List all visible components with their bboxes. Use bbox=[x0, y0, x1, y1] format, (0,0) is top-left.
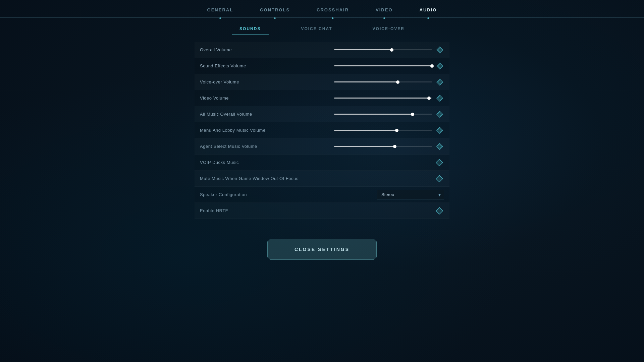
setting-row-voice_over_volume: Voice-over Volume bbox=[195, 74, 449, 90]
setting-control-agent_select_volume bbox=[334, 142, 444, 151]
slider-track-overall_volume bbox=[334, 49, 432, 50]
slider-wrapper-sound_effects_volume[interactable] bbox=[334, 65, 432, 66]
slider-wrapper-agent_select_volume[interactable] bbox=[334, 146, 432, 147]
slider-thumb-agent_select_volume[interactable] bbox=[393, 145, 396, 148]
setting-row-voip_ducks_music: VOIP Ducks Music bbox=[195, 155, 449, 171]
slider-track-agent_select_volume bbox=[334, 146, 432, 147]
toggle-icon-enable_hrtf[interactable] bbox=[435, 206, 444, 216]
nav-tab-video[interactable]: VIDEO bbox=[362, 3, 406, 18]
setting-control-sound_effects_volume bbox=[334, 62, 444, 70]
svg-marker-14 bbox=[436, 159, 443, 166]
slider-wrapper-menu_lobby_volume[interactable] bbox=[334, 130, 432, 131]
slider-thumb-menu_lobby_volume[interactable] bbox=[395, 129, 398, 132]
nav-tab-controls[interactable]: CONTROLS bbox=[247, 3, 303, 18]
slider-thumb-all_music_volume[interactable] bbox=[411, 113, 414, 116]
reset-icon-overall_volume[interactable] bbox=[435, 46, 444, 54]
setting-control-enable_hrtf bbox=[334, 206, 444, 216]
svg-marker-16 bbox=[436, 207, 443, 214]
nav-tab-audio[interactable]: AUDIO bbox=[406, 3, 450, 18]
setting-control-voip_ducks_music bbox=[334, 158, 444, 167]
setting-row-overall_volume: Overall Volume bbox=[195, 42, 449, 58]
setting-control-mute_music_out_of_focus bbox=[334, 174, 444, 183]
setting-control-video_volume bbox=[334, 94, 444, 103]
toggle-icon-voip_ducks_music[interactable] bbox=[435, 158, 444, 167]
setting-control-overall_volume bbox=[334, 46, 444, 54]
slider-track-video_volume bbox=[334, 98, 432, 99]
slider-track-all_music_volume bbox=[334, 114, 432, 115]
setting-label-agent_select_volume: Agent Select Music Volume bbox=[200, 144, 334, 149]
slider-track-voice_over_volume bbox=[334, 81, 432, 82]
close-button-wrapper: CLOSE SETTINGS bbox=[0, 239, 644, 260]
setting-label-mute_music_out_of_focus: Mute Music When Game Window Out Of Focus bbox=[200, 176, 334, 181]
sub-tab-voice_chat[interactable]: VOICE CHAT bbox=[281, 24, 352, 35]
setting-row-video_volume: Video Volume bbox=[195, 90, 449, 106]
dropdown-speaker_configuration[interactable]: MonoStereoSurround 5.1Surround 7.1 bbox=[377, 190, 444, 199]
slider-thumb-voice_over_volume[interactable] bbox=[396, 80, 399, 84]
reset-icon-sound_effects_volume[interactable] bbox=[435, 62, 444, 70]
setting-control-menu_lobby_volume bbox=[334, 126, 444, 135]
setting-control-speaker_configuration: MonoStereoSurround 5.1Surround 7.1 bbox=[334, 190, 444, 199]
slider-wrapper-voice_over_volume[interactable] bbox=[334, 81, 432, 82]
nav-tab-general[interactable]: GENERAL bbox=[194, 3, 247, 18]
setting-label-all_music_volume: All Music Overall Volume bbox=[200, 112, 334, 117]
nav-tab-dot-general bbox=[219, 17, 221, 19]
slider-fill-voice_over_volume bbox=[334, 81, 398, 82]
nav-tab-crosshair[interactable]: CROSSHAIR bbox=[303, 3, 362, 18]
slider-wrapper-video_volume[interactable] bbox=[334, 98, 432, 99]
setting-label-video_volume: Video Volume bbox=[200, 96, 334, 101]
slider-thumb-video_volume[interactable] bbox=[427, 97, 431, 100]
setting-label-sound_effects_volume: Sound Effects Volume bbox=[200, 63, 334, 68]
setting-label-enable_hrtf: Enable HRTF bbox=[200, 208, 334, 213]
settings-panel: Overall Volume Sound Effects Volume Voic… bbox=[195, 42, 449, 219]
setting-row-sound_effects_volume: Sound Effects Volume bbox=[195, 58, 449, 74]
setting-label-voice_over_volume: Voice-over Volume bbox=[200, 79, 334, 84]
svg-marker-15 bbox=[436, 175, 443, 182]
setting-label-voip_ducks_music: VOIP Ducks Music bbox=[200, 160, 334, 165]
setting-row-agent_select_volume: Agent Select Music Volume bbox=[195, 138, 449, 155]
top-navigation: GENERALCONTROLSCROSSHAIRVIDEOAUDIO bbox=[0, 0, 644, 18]
setting-label-overall_volume: Overall Volume bbox=[200, 47, 334, 52]
slider-thumb-sound_effects_volume[interactable] bbox=[430, 64, 434, 68]
nav-tab-dot-controls bbox=[274, 17, 276, 19]
slider-thumb-overall_volume[interactable] bbox=[390, 48, 393, 52]
setting-row-enable_hrtf: Enable HRTF bbox=[195, 203, 449, 219]
reset-icon-voice_over_volume[interactable] bbox=[435, 78, 444, 86]
nav-tab-dot-crosshair bbox=[332, 17, 334, 19]
reset-icon-agent_select_volume[interactable] bbox=[435, 142, 444, 151]
slider-fill-all_music_volume bbox=[334, 114, 413, 115]
reset-icon-video_volume[interactable] bbox=[435, 94, 444, 103]
setting-row-speaker_configuration: Speaker ConfigurationMonoStereoSurround … bbox=[195, 187, 449, 203]
slider-wrapper-all_music_volume[interactable] bbox=[334, 114, 432, 115]
reset-icon-menu_lobby_volume[interactable] bbox=[435, 126, 444, 135]
setting-row-all_music_volume: All Music Overall Volume bbox=[195, 106, 449, 122]
setting-row-mute_music_out_of_focus: Mute Music When Game Window Out Of Focus bbox=[195, 171, 449, 187]
setting-control-all_music_volume bbox=[334, 110, 444, 119]
setting-row-menu_lobby_volume: Menu And Lobby Music Volume bbox=[195, 122, 449, 138]
slider-fill-agent_select_volume bbox=[334, 146, 395, 147]
slider-fill-video_volume bbox=[334, 98, 429, 99]
slider-fill-sound_effects_volume bbox=[334, 65, 432, 66]
slider-wrapper-overall_volume[interactable] bbox=[334, 49, 432, 50]
nav-tab-dot-audio bbox=[427, 17, 429, 19]
nav-tab-dot-video bbox=[383, 17, 385, 19]
reset-icon-all_music_volume[interactable] bbox=[435, 110, 444, 119]
toggle-icon-mute_music_out_of_focus[interactable] bbox=[435, 174, 444, 183]
slider-track-sound_effects_volume bbox=[334, 65, 432, 66]
sub-navigation: SOUNDSVOICE CHATVOICE-OVER bbox=[0, 24, 644, 35]
setting-control-voice_over_volume bbox=[334, 78, 444, 86]
slider-track-menu_lobby_volume bbox=[334, 130, 432, 131]
slider-fill-overall_volume bbox=[334, 49, 392, 50]
sub-tab-voice_over[interactable]: VOICE-OVER bbox=[353, 24, 425, 35]
setting-label-menu_lobby_volume: Menu And Lobby Music Volume bbox=[200, 128, 334, 133]
dropdown-container-speaker_configuration: MonoStereoSurround 5.1Surround 7.1 bbox=[334, 190, 444, 199]
slider-fill-menu_lobby_volume bbox=[334, 130, 397, 131]
sub-tab-sounds[interactable]: SOUNDS bbox=[219, 24, 281, 35]
setting-label-speaker_configuration: Speaker Configuration bbox=[200, 192, 334, 197]
close-settings-button[interactable]: CLOSE SETTINGS bbox=[267, 239, 377, 260]
